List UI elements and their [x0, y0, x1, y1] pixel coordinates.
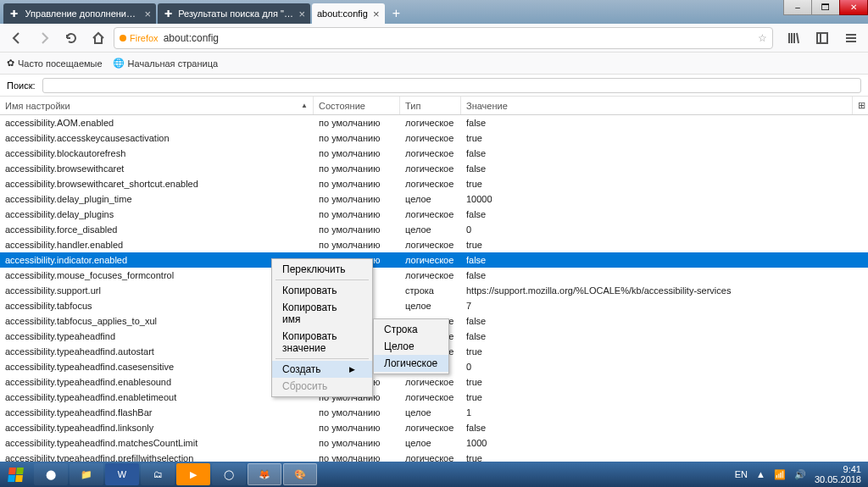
- ctx-copy-name[interactable]: Копировать имя: [272, 299, 372, 328]
- column-name[interactable]: Имя настройки▲: [0, 97, 314, 114]
- pref-row[interactable]: accessibility.tabfocusцелое7: [0, 298, 868, 313]
- ctx-create-boolean[interactable]: Логическое: [374, 355, 448, 372]
- pref-row[interactable]: accessibility.blockautorefreshпо умолчан…: [0, 146, 868, 161]
- pref-value: true: [461, 377, 868, 387]
- pref-state: по умолчанию: [314, 453, 400, 462]
- ctx-create-integer[interactable]: Целое: [374, 338, 448, 355]
- context-menu: Переключить Копировать Копировать имя Ко…: [271, 258, 373, 397]
- tray-lang-indicator[interactable]: EN: [735, 469, 748, 479]
- close-icon[interactable]: ×: [373, 8, 380, 20]
- pref-name: accessibility.mouse_focuses_formcontrol: [0, 270, 314, 280]
- svg-rect-0: [817, 33, 827, 43]
- pref-name: accessibility.tabfocus: [0, 301, 314, 311]
- search-input[interactable]: [42, 78, 861, 93]
- bookmark-label: Часто посещаемые: [18, 58, 103, 69]
- window-minimize-button[interactable]: –: [783, 0, 812, 15]
- pref-name: accessibility.handler.enabled: [0, 240, 314, 250]
- tray-clock[interactable]: 9:41 30.05.2018: [815, 464, 861, 484]
- tray-volume-icon[interactable]: 🔊: [794, 469, 806, 480]
- pref-value: false: [461, 331, 868, 341]
- windows-taskbar: ⬤ 📁 W 🗂 ▶ ◯ 🦊 🎨 EN ▲ 📶 🔊 9:41 30.05.2018: [0, 462, 868, 487]
- window-controls: – 🗖 ✕: [784, 0, 868, 15]
- taskbar-files-icon[interactable]: 🗂: [141, 463, 175, 485]
- pref-state: по умолчанию: [314, 133, 400, 143]
- ctx-create[interactable]: Создать▶: [272, 361, 372, 378]
- pref-row[interactable]: accessibility.typeaheadfind.linksonlyпо …: [0, 420, 868, 435]
- pref-type: логическое: [400, 255, 461, 265]
- pref-state: по умолчанию: [314, 407, 400, 418]
- pref-name: accessibility.typeaheadfind.prefillwiths…: [0, 453, 314, 462]
- pref-row[interactable]: accessibility.typeaheadfind.prefillwiths…: [0, 451, 868, 462]
- pref-value: true: [461, 453, 868, 462]
- start-button[interactable]: [0, 462, 31, 487]
- reload-button[interactable]: [59, 26, 83, 50]
- window-maximize-button[interactable]: 🗖: [811, 0, 840, 15]
- taskbar-firefox-icon[interactable]: 🦊: [248, 463, 281, 485]
- separator: [275, 279, 369, 280]
- pref-row[interactable]: accessibility.typeaheadfind.enablesoundп…: [0, 374, 868, 390]
- bookmark-most-visited[interactable]: ✿ Часто посещаемые: [7, 58, 103, 69]
- pref-row[interactable]: accessibility.browsewithcaretпо умолчани…: [0, 161, 868, 176]
- prefs-grid[interactable]: accessibility.AOM.enabledпо умолчаниюлог…: [0, 115, 868, 462]
- app-menu-button[interactable]: [839, 26, 863, 50]
- taskbar-media-icon[interactable]: ▶: [176, 463, 210, 485]
- pref-row[interactable]: accessibility.indicator.enabledпо умолча…: [0, 252, 868, 268]
- pref-value: true: [461, 179, 868, 189]
- close-icon[interactable]: ×: [298, 8, 305, 20]
- taskbar-ybrowser-icon[interactable]: ⬤: [34, 463, 68, 485]
- tab-addons[interactable]: ✚ Управление дополнениями ×: [3, 3, 156, 24]
- taskbar-paint-icon[interactable]: 🎨: [283, 463, 317, 485]
- url-bar[interactable]: Firefox about:config ☆: [114, 27, 773, 49]
- tab-about-config[interactable]: about:config ×: [312, 3, 385, 24]
- taskbar-explorer-icon[interactable]: 📁: [70, 463, 103, 485]
- pref-row[interactable]: accessibility.handler.enabledпо умолчани…: [0, 237, 868, 252]
- bookmark-start-page[interactable]: 🌐 Начальная страница: [113, 58, 218, 69]
- pref-row[interactable]: accessibility.accesskeycausesactivationп…: [0, 130, 868, 146]
- tab-search-results[interactable]: ✚ Результаты поиска для "unity... ×: [158, 3, 310, 24]
- pref-type: логическое: [400, 133, 461, 143]
- pref-row[interactable]: accessibility.typeaheadfind.matchesCount…: [0, 435, 868, 451]
- pref-name: accessibility.typeaheadfind.autostart: [0, 346, 314, 357]
- pref-state: по умолчанию: [314, 240, 400, 250]
- config-search-row: Поиск:: [0, 75, 868, 97]
- pref-row[interactable]: accessibility.typeaheadfind.flashBarпо у…: [0, 405, 868, 420]
- close-icon[interactable]: ×: [144, 8, 151, 20]
- pref-row[interactable]: accessibility.support.urlстрокаhttps://s…: [0, 283, 868, 298]
- pref-value: false: [461, 118, 868, 128]
- library-button[interactable]: [782, 26, 805, 50]
- column-type[interactable]: Тип: [400, 97, 461, 114]
- window-close-button[interactable]: ✕: [839, 0, 868, 15]
- ctx-copy-value[interactable]: Копировать значение: [272, 328, 372, 357]
- pref-row[interactable]: accessibility.typeaheadfind.enabletimeou…: [0, 390, 868, 405]
- column-state[interactable]: Состояние: [314, 97, 400, 114]
- new-tab-button[interactable]: +: [387, 3, 407, 24]
- pref-name: accessibility.browsewithcaret_shortcut.e…: [0, 179, 314, 189]
- pref-name: accessibility.AOM.enabled: [0, 118, 314, 128]
- home-button[interactable]: [86, 26, 110, 50]
- bookmark-star-icon[interactable]: ☆: [758, 32, 767, 44]
- pref-row[interactable]: accessibility.force_disabledпо умолчанию…: [0, 222, 868, 237]
- back-button[interactable]: [5, 26, 29, 50]
- pref-type: целое: [400, 194, 461, 204]
- taskbar-word-icon[interactable]: W: [105, 463, 139, 485]
- column-config-button[interactable]: ⊞: [853, 97, 868, 114]
- pref-row[interactable]: accessibility.delay_pluginsпо умолчаниюл…: [0, 207, 868, 222]
- tray-network-icon[interactable]: 📶: [774, 469, 786, 480]
- pref-row[interactable]: accessibility.mouse_focuses_formcontrolл…: [0, 268, 868, 283]
- column-value[interactable]: Значение: [461, 97, 853, 114]
- taskbar-chrome-icon[interactable]: ◯: [212, 463, 246, 485]
- ctx-create-string[interactable]: Строка: [374, 321, 448, 338]
- pref-value: false: [461, 423, 868, 433]
- pref-type: логическое: [400, 179, 461, 189]
- sidebar-button[interactable]: [810, 26, 834, 50]
- ctx-toggle[interactable]: Переключить: [272, 261, 372, 278]
- pref-row[interactable]: accessibility.AOM.enabledпо умолчаниюлог…: [0, 115, 868, 130]
- forward-button[interactable]: [32, 26, 56, 50]
- tray-chevron-up-icon[interactable]: ▲: [756, 469, 765, 479]
- pref-state: по умолчанию: [314, 163, 400, 174]
- ctx-copy[interactable]: Копировать: [272, 282, 372, 299]
- pref-row[interactable]: accessibility.browsewithcaret_shortcut.e…: [0, 176, 868, 191]
- pref-value: 7: [461, 301, 868, 311]
- pref-row[interactable]: accessibility.delay_plugin_timeпо умолча…: [0, 191, 868, 207]
- navigation-toolbar: Firefox about:config ☆: [0, 24, 868, 53]
